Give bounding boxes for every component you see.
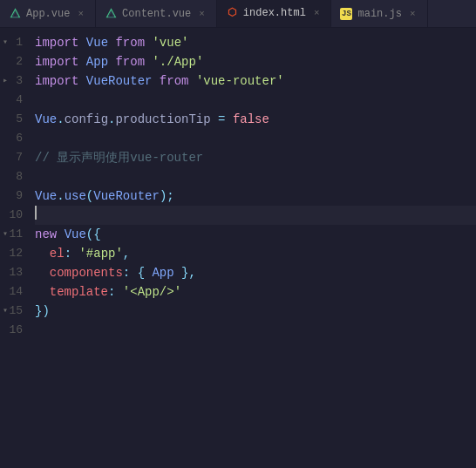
code-line-14: template : '<App/>': [35, 282, 476, 302]
tab-main-js-close[interactable]: ×: [407, 8, 418, 20]
gutter-2: 2: [0, 52, 28, 71]
code-line-3: import VueRouter from 'vue-router': [35, 71, 476, 91]
code-line-6: [35, 129, 476, 148]
token: }: [181, 263, 188, 282]
token: 'vue': [152, 33, 188, 52]
gutter-13: 13: [0, 263, 28, 282]
gutter-7: 7: [0, 148, 28, 167]
code-line-4: [35, 91, 476, 110]
token: template: [50, 282, 108, 302]
token: [188, 71, 195, 91]
gutter-14: 14: [0, 282, 28, 302]
token: productionTip: [115, 110, 210, 129]
text-cursor: [35, 206, 37, 220]
token: false: [233, 110, 269, 129]
token: Vue: [35, 110, 57, 129]
token: Vue: [35, 187, 57, 206]
code-line-12: el : '#app' ,: [35, 244, 476, 263]
tab-content-vue-close[interactable]: ×: [196, 8, 207, 20]
code-line-10: [35, 206, 476, 225]
token: .: [57, 110, 64, 129]
gutter-15: ▾15: [0, 302, 28, 321]
token: {: [138, 263, 145, 282]
token: new: [35, 225, 57, 244]
token: el: [50, 244, 65, 263]
gutter-12: 12: [0, 244, 28, 263]
token: from: [115, 52, 145, 71]
svg-marker-0: [10, 10, 19, 17]
token: import: [35, 71, 78, 91]
gutter-10: 10: [0, 206, 28, 225]
token: [145, 263, 152, 282]
gutter-3: ▸3: [0, 71, 28, 91]
gutter-4: 4: [0, 91, 28, 110]
code-line-7: // 显示声明使用vue-router: [35, 148, 476, 167]
tab-content-vue[interactable]: Content.vue ×: [96, 0, 217, 27]
token: }): [35, 302, 50, 321]
token: 'vue-router': [196, 71, 284, 91]
fold-arrow-1[interactable]: ▾: [3, 33, 8, 52]
token: use: [65, 187, 86, 206]
token: :: [123, 263, 130, 282]
token: [174, 263, 181, 282]
tab-index-html-label: index.html: [243, 7, 306, 19]
code-line-2: import App from './App': [35, 52, 476, 71]
token: [108, 33, 115, 52]
gutter-8: 8: [0, 167, 28, 187]
fold-arrow-15[interactable]: ▾: [3, 302, 8, 321]
vue-icon: [9, 8, 21, 20]
token: ,: [123, 244, 130, 263]
token: // 显示声明使用vue-router: [35, 148, 203, 167]
code-line-5: Vue . config . productionTip = false: [35, 110, 476, 129]
tab-index-html-close[interactable]: ×: [311, 7, 323, 19]
token: Vue: [65, 225, 86, 244]
tab-content-vue-label: Content.vue: [122, 8, 191, 20]
html-icon: ⬡: [226, 7, 238, 19]
token: .: [108, 110, 115, 129]
line-numbers: ▾1 2 ▸3 4 5 6 7 8 9 10 ▾11 12 13 14 ▾15 …: [0, 28, 28, 468]
token: ,: [188, 263, 195, 282]
token: [78, 71, 85, 91]
token: [145, 33, 152, 52]
token: VueRouter: [93, 187, 160, 206]
js-icon: JS: [340, 8, 352, 20]
token: App: [86, 52, 108, 71]
code-line-13: components : { App } ,: [35, 263, 476, 282]
code-line-1: import Vue from 'vue': [35, 33, 476, 52]
token: [35, 282, 50, 302]
tab-index-html[interactable]: ⬡ index.html ×: [217, 0, 332, 27]
code-content[interactable]: import Vue from 'vue' import App from '.…: [28, 28, 476, 468]
token: from: [160, 71, 189, 91]
token: [108, 52, 115, 71]
token: '<App/>': [123, 282, 181, 302]
token: ({: [86, 225, 101, 244]
tab-app-vue[interactable]: App.vue ×: [0, 0, 96, 27]
token: [71, 244, 78, 263]
gutter-5: 5: [0, 110, 28, 129]
editor-window: App.vue × Content.vue × ⬡ index.html × J…: [0, 0, 476, 468]
tab-main-js[interactable]: JS main.js ×: [331, 0, 427, 27]
token: :: [108, 282, 115, 302]
gutter-11: ▾11: [0, 225, 28, 244]
token: [57, 225, 64, 244]
token: [35, 263, 50, 282]
token: [35, 244, 50, 263]
token: Vue: [86, 33, 108, 52]
code-line-11: new Vue ({: [35, 225, 476, 244]
gutter-1: ▾1: [0, 33, 28, 52]
tab-main-js-label: main.js: [357, 8, 401, 20]
fold-arrow-11[interactable]: ▾: [3, 225, 8, 244]
tab-app-vue-close[interactable]: ×: [75, 8, 86, 20]
tab-app-vue-label: App.vue: [26, 8, 70, 20]
code-line-9: Vue . use ( VueRouter ) ;: [35, 187, 476, 206]
gutter-16: 16: [0, 321, 28, 340]
gutter-6: 6: [0, 129, 28, 148]
token: [115, 282, 122, 302]
token: [145, 52, 152, 71]
token: './App': [152, 52, 203, 71]
code-line-8: [35, 167, 476, 187]
token: import: [35, 33, 78, 52]
token: .: [57, 187, 64, 206]
token: (: [86, 187, 93, 206]
code-line-15: }): [35, 302, 476, 321]
